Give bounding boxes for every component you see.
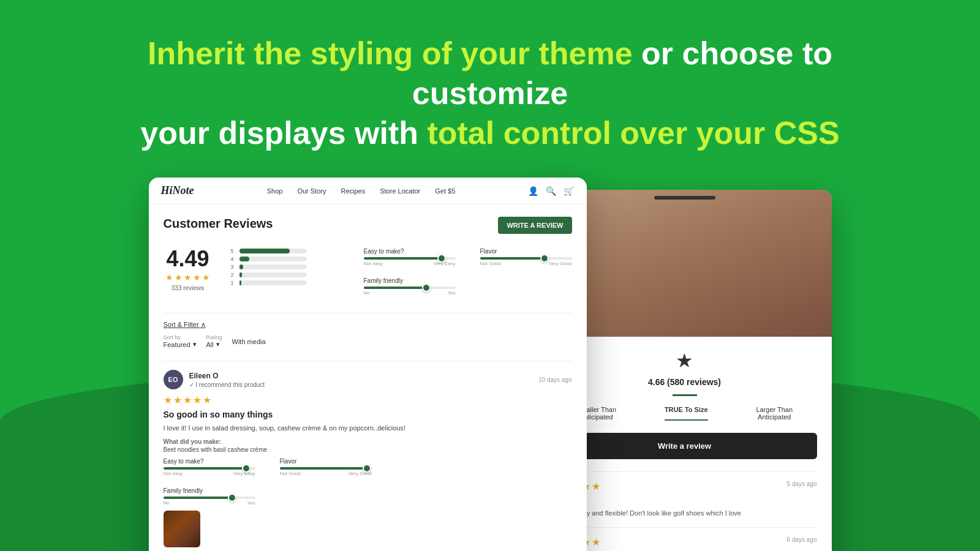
review-easy-ends: Not easy Very Easy [164,471,255,476]
rrs5: ★ [592,481,600,492]
review-flavor-thumb [363,464,371,473]
bar-row-2: 2 [231,272,345,278]
cart-icon[interactable]: 🛒 [564,186,574,196]
review-flavor-track [280,467,372,470]
review-header-1: EO Eileen O ✓ I recommend this product 1… [164,370,572,389]
reviews-title: Customer Reviews [164,217,273,231]
star-5: ★ [202,272,210,282]
review-image-inner [164,511,200,547]
star-1: ★ [165,272,173,282]
bar-fill-1 [239,280,241,285]
rating-chevron: ▾ [216,340,220,348]
with-media[interactable]: With media [232,338,266,345]
review-item-1: EO Eileen O ✓ I recommend this product 1… [164,361,572,551]
attr-easy: Easy to make? Not easy Very Easy [364,248,456,266]
bar-label-3: 3 [231,264,236,270]
bar-label-2: 2 [231,272,236,278]
attr-flavor-track [480,257,572,260]
reviewer-details-1: Eileen O ✓ I recommend this product [189,372,265,388]
nav-get5[interactable]: Get $5 [435,187,455,195]
bar-row-1: 1 [231,280,345,286]
header-text: Inherit the styling of your theme or cho… [98,34,882,153]
right-review-header-2: ★ ★ ★ ★ ★ 6 days ago [552,536,817,548]
attr-family-left: No [364,290,370,296]
nav-bar: HiNote Shop Our Story Recipes Store Loca… [149,178,587,204]
review-family-fill [164,497,233,499]
write-review-right-button[interactable]: Write a review [552,433,817,459]
search-icon[interactable]: 🔍 [546,186,556,196]
bar-label-1: 1 [231,280,236,286]
attr-family-right: Yes [447,290,455,296]
right-review-1: ★ ★ ★ ★ ★ 5 days ago kevin s Super comfy… [552,471,817,527]
review-content: Customer Reviews WRITE A REVIEW 4.49 ★ ★… [149,204,587,551]
write-review-button[interactable]: WRITE A REVIEW [498,217,571,234]
size-fit-true: TRUE To Size [665,406,708,421]
review-title-1: So good in so many things [164,410,572,419]
review-easy: Easy to make? Not easy Very Easy [164,458,255,476]
bar-row-5: 5 [231,248,345,254]
review-count: 333 reviews [164,285,213,291]
attr-flavor: Flavor Not Good Very Good [480,248,572,266]
sort-by-select[interactable]: Featured ▾ [164,340,197,348]
bar-row-3: 3 [231,264,345,270]
attr-easy-fill [364,257,442,260]
review-family-label: Family friendly [164,487,572,494]
nav-store-locator[interactable]: Store Locator [380,187,420,195]
rating-select[interactable]: All ▾ [206,340,222,348]
review-body-1: I love it! I use in salad dressing, soup… [164,423,572,433]
review-flavor-fill [280,467,368,470]
sort-by-group: Sort by Featured ▾ [164,334,197,348]
attr-family-ends: No Yes [364,290,456,296]
account-icon[interactable]: 👤 [528,186,538,196]
bar-track-4 [239,257,307,261]
nav-recipes[interactable]: Recipes [341,187,365,195]
attr-flavor-thumb [540,254,549,263]
nav-shop[interactable]: Shop [267,187,283,195]
review-attrs: Easy to make? Not easy Very Easy Flavor [164,458,572,484]
phone-bar [654,196,715,200]
rrs2-5: ★ [592,536,600,548]
right-review-date-1: 5 days ago [787,481,817,487]
bar-track-3 [239,264,307,269]
header-line2-white: your displays with [140,115,427,151]
sort-filter: Sort & Filter ∧ Sort by Featured ▾ Ratin… [164,313,572,353]
review-family-ends: No Yes [164,500,255,506]
screenshots-container: HiNote Shop Our Story Recipes Store Loca… [0,178,980,551]
sort-filter-link[interactable]: Sort & Filter ∧ [164,321,206,328]
reviewer-info-1: EO Eileen O ✓ I recommend this product [164,370,265,389]
review-flavor-ends: Not Good Very Good [280,471,372,476]
review-flavor: Flavor Not Good Very Good [280,458,372,476]
right-review-date-2: 6 days ago [787,536,817,543]
reviewer-avatar-1: EO [164,370,183,389]
size-fit-row: Smaller ThanAnticipated TRUE To Size Lar… [552,406,817,421]
attr-family-track [364,287,456,289]
review-easy-label: Easy to make? [164,458,255,465]
right-reviewer-name-1: kevin s [552,496,817,504]
rating-number: 4.49 [164,248,213,270]
attr-flavor-left: Not Good [480,261,501,266]
right-divider [673,394,697,396]
sort-by-value: Featured [164,341,190,348]
reviewer-name-1: Eileen O [189,372,265,380]
bar-fill-2 [239,272,242,277]
overall-rating: 4.49 ★ ★ ★ ★ ★ 333 reviews [164,248,213,291]
review-family-thumb [228,493,236,502]
sort-by-label: Sort by [164,334,197,340]
bar-label-5: 5 [231,248,236,254]
rs1: ★ [164,394,172,406]
rating-bars: 5 4 3 2 1 [231,248,345,288]
stars-row: ★ ★ ★ ★ ★ [164,272,213,282]
right-review-header-1: ★ ★ ★ ★ ★ 5 days ago [552,481,817,492]
nav-our-story[interactable]: Our Story [297,187,326,195]
review-stars-1: ★ ★ ★ ★ ★ [164,394,572,406]
attr-flavor-fill [480,257,545,260]
rs5: ★ [203,394,211,406]
header-line1-highlight: Inherit the styling of your theme [148,36,633,71]
sort-row: Sort by Featured ▾ Rating All ▾ With [164,334,572,348]
rating-label: Rating [206,334,222,340]
review-family-right: Yes [247,500,255,506]
review-easy-fill [164,467,246,470]
bar-row-4: 4 [231,256,345,262]
rating-group: Rating All ▾ [206,334,222,348]
bar-fill-3 [239,264,244,269]
